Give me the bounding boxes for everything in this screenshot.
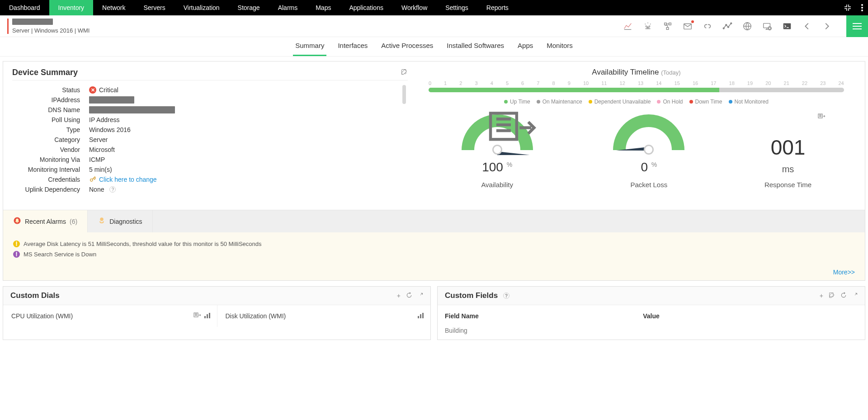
tab-monitors[interactable]: Monitors xyxy=(544,37,575,56)
summary-scrollbar[interactable] xyxy=(402,85,408,207)
label-category: Category xyxy=(12,136,89,143)
minimize-icon[interactable] xyxy=(839,0,856,15)
svg-rect-14 xyxy=(783,23,791,29)
alarm-section: Recent Alarms (6) Diagnostics Average Di… xyxy=(3,210,865,280)
value-moninterval: 5 min(s) xyxy=(89,166,112,173)
nav-storage[interactable]: Storage xyxy=(229,0,269,15)
device-name-redacted xyxy=(12,19,53,25)
detail-icon[interactable] xyxy=(818,113,825,121)
tab-interfaces[interactable]: Interfaces xyxy=(335,37,370,56)
diagnostics-icon xyxy=(98,217,106,226)
credentials-link[interactable]: Click here to change xyxy=(99,176,157,183)
legend-item: On Hold xyxy=(657,99,683,105)
help-icon[interactable]: ? xyxy=(109,186,116,193)
label-moninterval: Monitoring Interval xyxy=(12,166,89,173)
value-pollusing: IP Address xyxy=(89,116,119,123)
more-icon[interactable] xyxy=(856,0,868,15)
trend-icon[interactable] xyxy=(722,21,732,31)
svg-point-1 xyxy=(861,7,863,9)
timeline-hours: 0123456789101112131415161718192021222324 xyxy=(417,80,856,86)
gauge-packetloss: 0 % Packet Loss xyxy=(613,114,685,189)
label-credentials: Credentials xyxy=(12,176,89,183)
hamburger-menu[interactable] xyxy=(846,15,868,37)
add-icon[interactable]: + xyxy=(820,292,823,300)
main-panel: Device Summary Status ✕Critical IPAddres… xyxy=(3,61,865,281)
workflow-icon[interactable] xyxy=(663,21,673,31)
tab-installed-softwares[interactable]: Installed Softwares xyxy=(444,37,506,56)
tab-diagnostics[interactable]: Diagnostics xyxy=(88,210,152,232)
nav-dashboard[interactable]: Dashboard xyxy=(0,0,49,15)
device-summary-title: Device Summary xyxy=(12,68,78,77)
cf-row: Building xyxy=(445,324,858,337)
bar-chart-icon[interactable] xyxy=(204,312,211,320)
refresh-icon[interactable] xyxy=(840,292,847,300)
expand-icon[interactable] xyxy=(852,292,858,300)
label-vendor: Vendor xyxy=(12,146,89,153)
alarm-item[interactable]: Average Disk Latency is 51 MilliSeconds,… xyxy=(13,239,855,249)
chart-icon[interactable] xyxy=(623,21,633,31)
label-type: Type xyxy=(12,126,89,133)
detail-icon[interactable] xyxy=(193,312,201,320)
availability-panel: Availability Timeline (Today) 0123456789… xyxy=(417,61,865,210)
svg-rect-5 xyxy=(666,27,669,29)
legend-item: Up Time xyxy=(504,99,530,105)
nav-servers[interactable]: Servers xyxy=(134,0,174,15)
detail-icon[interactable] xyxy=(475,110,547,152)
nav-virtualization[interactable]: Virtualization xyxy=(175,0,229,15)
label-status: Status xyxy=(12,86,89,94)
legend-item: Down Time xyxy=(689,99,722,105)
edit-icon[interactable] xyxy=(829,292,835,300)
svg-point-10 xyxy=(731,23,732,24)
refresh-icon[interactable] xyxy=(406,292,412,300)
tab-active-processes[interactable]: Active Processes xyxy=(379,37,435,56)
more-link[interactable]: More>> xyxy=(833,269,855,276)
alert-siren-icon[interactable] xyxy=(643,21,653,31)
value-dnsname xyxy=(89,106,175,113)
next-icon[interactable] xyxy=(822,21,832,31)
svg-rect-27 xyxy=(418,316,419,318)
expand-icon[interactable] xyxy=(418,292,423,300)
custom-fields-title: Custom Fields xyxy=(445,291,498,300)
edit-icon[interactable] xyxy=(401,68,408,77)
globe-icon[interactable] xyxy=(742,21,752,31)
link-icon[interactable] xyxy=(703,21,712,31)
alarm-bell-icon xyxy=(13,217,21,226)
mail-icon[interactable] xyxy=(683,21,693,31)
bar-chart-icon[interactable] xyxy=(418,312,424,320)
nav-inventory[interactable]: Inventory xyxy=(49,0,94,15)
cf-header-name: Field Name xyxy=(445,312,643,320)
terminal-icon[interactable] xyxy=(782,21,792,31)
svg-point-9 xyxy=(727,26,729,28)
help-icon[interactable]: ? xyxy=(503,293,509,299)
gauge-availability: 100 % Availability xyxy=(461,114,533,189)
label-pollusing: Poll Using xyxy=(12,116,89,123)
label-dnsname: DNS Name xyxy=(12,106,89,113)
panel-custom-fields: Custom Fields? + Field NameValue Buildin… xyxy=(437,286,865,340)
nav-workflow[interactable]: Workflow xyxy=(392,0,436,15)
svg-rect-25 xyxy=(207,314,208,318)
detail-tabs: SummaryInterfacesActive ProcessesInstall… xyxy=(0,37,868,57)
svg-point-16 xyxy=(90,179,93,181)
svg-rect-4 xyxy=(669,23,671,25)
tab-apps[interactable]: Apps xyxy=(515,37,535,56)
availability-subtitle: (Today) xyxy=(661,69,680,76)
add-icon[interactable]: + xyxy=(397,292,401,300)
svg-point-7 xyxy=(723,28,724,29)
nav-applications[interactable]: Applications xyxy=(340,0,392,15)
nav-settings[interactable]: Settings xyxy=(436,0,477,15)
svg-point-8 xyxy=(726,24,727,25)
nav-reports[interactable]: Reports xyxy=(477,0,518,15)
svg-rect-3 xyxy=(665,23,667,25)
monitor-disable-icon[interactable] xyxy=(762,21,772,31)
nav-network[interactable]: Network xyxy=(93,0,134,15)
device-summary: Device Summary Status ✕Critical IPAddres… xyxy=(3,61,417,210)
alarm-item[interactable]: MS Search Service is Down xyxy=(13,249,855,260)
prev-icon[interactable] xyxy=(802,21,812,31)
tab-recent-alarms[interactable]: Recent Alarms (6) xyxy=(3,210,88,232)
nav-maps[interactable]: Maps xyxy=(307,0,340,15)
action-toolbar xyxy=(623,15,868,37)
timeline-bar xyxy=(429,88,844,92)
tab-summary[interactable]: Summary xyxy=(293,37,326,56)
nav-alarms[interactable]: Alarms xyxy=(269,0,307,15)
legend-item: On Maintenance xyxy=(537,99,582,105)
